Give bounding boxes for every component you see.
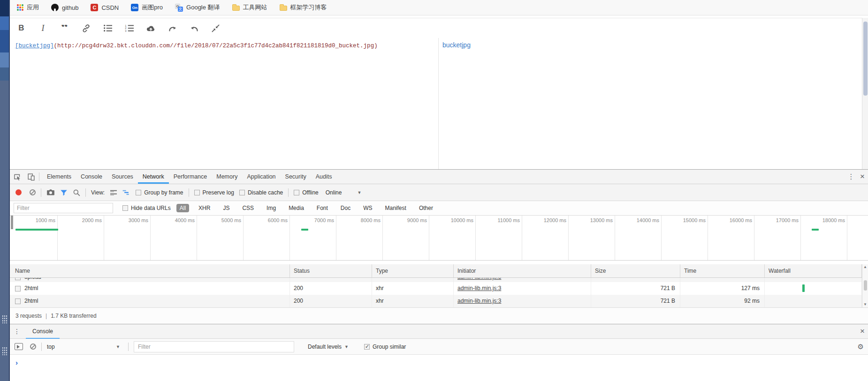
bookmark-folder-framework-blog[interactable]: 框架学习博客 [280, 3, 327, 12]
column-header-time[interactable]: Time [680, 264, 765, 277]
unordered-list-button[interactable] [103, 23, 113, 33]
tab-security[interactable]: Security [281, 170, 311, 184]
resource-type-filter-doc[interactable]: Doc [337, 204, 354, 212]
initiator-link[interactable]: admin-lib.min.js:3 [457, 278, 501, 280]
resource-type-filter-font[interactable]: Font [313, 204, 331, 212]
bookmark-apps[interactable]: 应用 [17, 3, 39, 12]
upload-image-button[interactable] [146, 23, 156, 33]
request-row[interactable]: 2html200xhradmin-lib.min.js:3721 B127 ms [10, 282, 868, 295]
bookmark-google-translate[interactable]: G 文 Google 翻译 [175, 3, 220, 12]
resource-type-filter-xhr[interactable]: XHR [195, 204, 213, 212]
console-output[interactable]: › [10, 355, 868, 381]
blockquote-button[interactable]: “ [60, 23, 69, 33]
resource-type-filter-other[interactable]: Other [416, 204, 436, 212]
column-header-name[interactable]: Name [10, 264, 290, 277]
hide-data-urls-checkbox[interactable] [122, 205, 128, 211]
inspect-element-button[interactable] [10, 170, 24, 184]
scroll-down-icon[interactable]: ▼ [862, 302, 868, 307]
bookmark-github[interactable]: github [51, 4, 78, 11]
scrollbar-thumb[interactable] [863, 22, 868, 96]
request-row[interactable]: 2html200xhradmin-lib.min.js:3721 B92 ms [10, 295, 868, 307]
bold-button[interactable]: B [16, 23, 26, 33]
table-scrollbar[interactable]: ▲ ▼ [862, 264, 868, 307]
preserve-log-toggle[interactable]: Preserve log [194, 189, 234, 196]
network-filter-input[interactable] [14, 203, 113, 213]
devtools-menu-icon[interactable]: ⋮ [845, 170, 857, 184]
large-rows-view-button[interactable] [110, 189, 117, 196]
preserve-log-checkbox[interactable] [194, 190, 200, 195]
network-overview-timeline[interactable]: 1000 ms2000 ms3000 ms4000 ms5000 ms6000 … [10, 216, 868, 261]
disable-cache-checkbox[interactable] [239, 190, 245, 195]
drawer-menu-icon[interactable]: ⋮ [10, 328, 24, 335]
column-header-initiator[interactable]: Initiator [454, 264, 591, 277]
offline-toggle[interactable]: Offline [294, 189, 318, 196]
overview-view-button[interactable] [122, 189, 130, 196]
resource-type-filter-css[interactable]: CSS [239, 204, 257, 212]
table-scrollbar-thumb[interactable] [864, 280, 867, 291]
tab-sources[interactable]: Sources [107, 170, 138, 184]
group-by-frame-toggle[interactable]: Group by frame [136, 189, 183, 196]
column-header-status[interactable]: Status [290, 264, 372, 277]
drawer-tab-console[interactable]: Console [26, 324, 60, 339]
tab-application[interactable]: Application [242, 170, 280, 184]
page-scrollbar[interactable] [862, 18, 868, 169]
italic-button[interactable]: I [38, 23, 48, 33]
throttling-select[interactable]: Online [326, 189, 342, 196]
clear-button[interactable] [30, 189, 36, 195]
row-checkbox[interactable] [15, 278, 21, 280]
group-similar-toggle[interactable]: Group similar [364, 344, 406, 350]
tab-audits[interactable]: Audits [311, 170, 337, 184]
console-sidebar-icon[interactable] [15, 343, 23, 350]
log-levels-select[interactable]: Default levels ▼ [308, 344, 349, 350]
tab-performance[interactable]: Performance [169, 170, 212, 184]
ordered-list-button[interactable]: 1 2 3 [124, 23, 134, 33]
resource-type-filter-img[interactable]: Img [263, 204, 279, 212]
resource-type-filter-media[interactable]: Media [285, 204, 307, 212]
link-button[interactable] [81, 23, 91, 33]
group-similar-checkbox[interactable] [364, 344, 370, 350]
resource-type-filter-manifest[interactable]: Manifest [382, 204, 410, 212]
undo-button[interactable] [189, 23, 199, 33]
tab-console[interactable]: Console [76, 170, 107, 184]
group-by-frame-checkbox[interactable] [136, 190, 141, 195]
hide-data-urls-toggle[interactable]: Hide data URLs [122, 205, 171, 211]
row-checkbox[interactable] [15, 299, 21, 304]
console-settings-gear-icon[interactable]: ⚙ [858, 343, 864, 351]
clear-console-button[interactable] [30, 344, 36, 350]
tab-network[interactable]: Network [138, 170, 169, 184]
bookmark-huatu-pro[interactable]: On 画图pro [131, 3, 163, 12]
scroll-up-icon[interactable]: ▲ [862, 264, 868, 270]
preview-link[interactable]: bucketjpg [442, 41, 471, 49]
tab-elements[interactable]: Elements [42, 170, 76, 184]
timeline-handle[interactable] [11, 216, 13, 229]
throttling-dropdown-icon[interactable]: ▼ [357, 190, 361, 195]
collapse-button[interactable] [211, 23, 221, 33]
resource-type-filter-ws[interactable]: WS [360, 204, 375, 212]
screenshot-capture-button[interactable] [46, 189, 55, 196]
context-selector[interactable]: top ▼ [47, 344, 123, 350]
bookmark-folder-tools[interactable]: 工具网站 [232, 3, 267, 12]
redo-button[interactable] [168, 23, 177, 33]
offline-checkbox[interactable] [294, 190, 299, 195]
initiator-link[interactable]: admin-lib.min.js:3 [457, 285, 501, 291]
disable-cache-toggle[interactable]: Disable cache [239, 189, 283, 196]
markdown-source-pane[interactable]: [bucketjpg](http://pcg4drw32.bkt.clouddn… [10, 38, 438, 169]
console-filter-input[interactable] [134, 341, 294, 352]
device-toolbar-button[interactable] [24, 170, 38, 184]
resource-type-filter-js[interactable]: JS [220, 204, 233, 212]
row-checkbox[interactable] [15, 286, 21, 291]
request-row-partial[interactable]: upload admin-lib.min.js:3 [10, 278, 868, 282]
column-header-waterfall[interactable]: Waterfall [765, 264, 862, 277]
column-header-type[interactable]: Type [372, 264, 454, 277]
tab-memory[interactable]: Memory [212, 170, 242, 184]
drawer-close-icon[interactable]: × [857, 324, 868, 338]
search-button[interactable] [73, 189, 80, 196]
column-header-size[interactable]: Size [591, 264, 680, 277]
request-time: 92 ms [680, 295, 765, 307]
record-button[interactable] [15, 189, 22, 195]
bookmark-csdn[interactable]: C CSDN [91, 4, 119, 11]
initiator-link[interactable]: admin-lib.min.js:3 [457, 298, 501, 304]
resource-type-filter-all[interactable]: All [176, 204, 189, 212]
filter-toggle-button[interactable] [60, 189, 68, 196]
devtools-close-icon[interactable]: × [857, 170, 868, 184]
